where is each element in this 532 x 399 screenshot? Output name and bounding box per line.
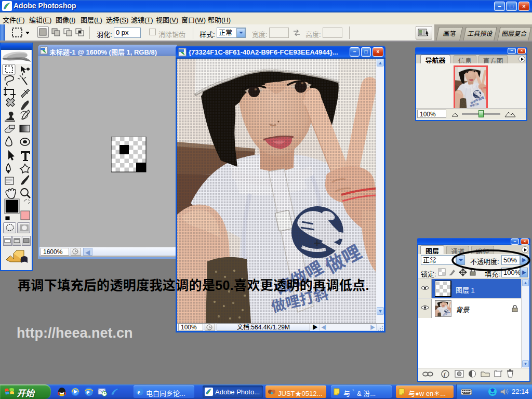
- svg-text:f: f: [444, 371, 446, 377]
- svg-text:e: e: [138, 389, 141, 396]
